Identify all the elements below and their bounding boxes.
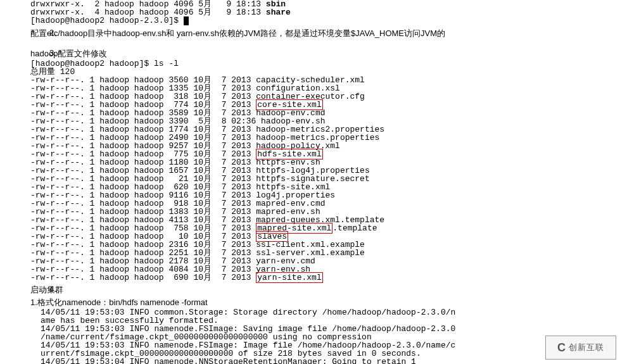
log-block: 14/05/11 19:53:03 INFO common.Storage: S…: [30, 308, 620, 364]
item4-sub1: 1.格式化namenode：bin/hdfs namenode -format: [30, 298, 208, 307]
list-number-3: 3.: [49, 48, 56, 58]
watermark-logo-icon: C: [557, 341, 566, 355]
ls-line-2-name: share: [266, 8, 291, 17]
log-text: 14/05/11 19:53:03 INFO common.Storage: S…: [41, 308, 455, 364]
item4-text: 启动集群: [30, 285, 63, 294]
item2-text: 配置etc/hadoop目录中hadoop-env.sh和 yarn-env.s…: [30, 28, 445, 38]
ls-line-filename: yarn-site.xml: [256, 272, 322, 283]
list-number-4: 4.: [49, 284, 56, 294]
ls-line-pre: -rw-r--r--. 1 hadoop hadoop 690 10月 7 20…: [30, 273, 256, 282]
watermark-badge: C 创新互联: [545, 336, 616, 360]
item3-text: hadoop配置文件修改: [30, 49, 107, 58]
ls-line-suffix: .template: [332, 223, 377, 233]
list-number-2: 2.: [49, 28, 56, 37]
ls-terminal-block: [hadoop@hadoop2 hadoop]$ ls -l 总用量 120 -…: [30, 60, 620, 282]
watermark-text: 创新互联: [569, 342, 604, 353]
shell-prompt: [hadoop@hadoop2 hadoop-2.3.0]$: [30, 16, 184, 25]
top-terminal-block: drwxrwxr-x. 2 hadoop hadoop 4096 5月 9 18…: [30, 0, 620, 25]
cursor-icon: [184, 16, 189, 25]
